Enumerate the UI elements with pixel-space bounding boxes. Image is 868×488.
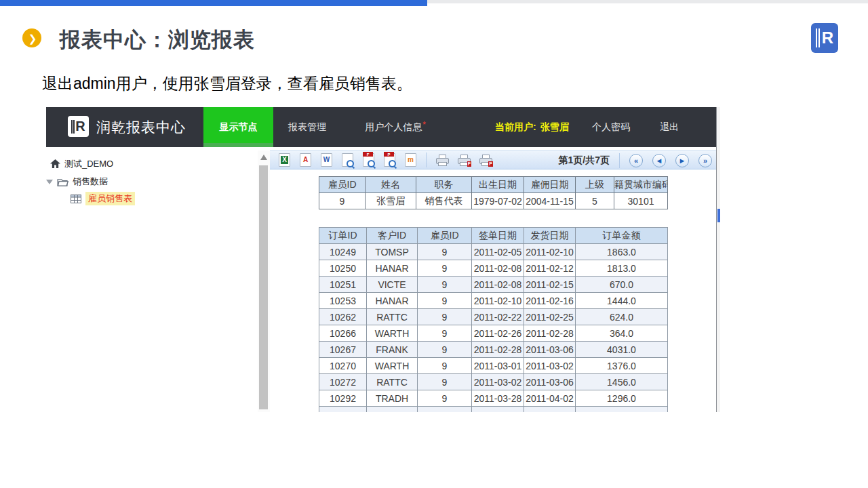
tree-node-label: 销售数据 <box>73 176 108 188</box>
column-header: 雇员ID <box>418 228 472 244</box>
table-cell <box>418 407 472 413</box>
tree-node-leaf[interactable]: 雇员销售表 <box>71 192 135 205</box>
table-cell: 9 <box>418 342 472 358</box>
table-cell: RATTC <box>367 374 418 390</box>
table-cell: 2011-02-28 <box>472 342 524 358</box>
table-cell: 10272 <box>319 374 367 390</box>
column-header: 籍贯城市编码 <box>614 177 668 193</box>
table-cell <box>319 407 367 413</box>
toolbar-divider <box>426 152 427 167</box>
last-page-button[interactable]: » <box>698 154 712 167</box>
table-cell <box>524 407 576 413</box>
tab-report-management[interactable]: 报表管理 <box>280 107 334 147</box>
tree-node-label: 测试_DEMO <box>64 158 113 170</box>
tab-display-nodes[interactable]: 显示节点 <box>203 107 273 147</box>
report-toolbar: X A W F P m F P 第1页/共7页 « ◄ ► » <box>270 150 716 169</box>
table-cell: 2011-02-28 <box>524 325 576 342</box>
table-cell: 2011-02-16 <box>524 293 576 309</box>
table-cell: 364.0 <box>576 325 668 342</box>
table-cell: 2011-02-22 <box>472 309 524 325</box>
app-logo-icon: R <box>68 116 89 137</box>
table-cell: 2011-04-02 <box>524 390 576 407</box>
table-cell: 1863.0 <box>576 244 668 260</box>
table-cell: 10270 <box>319 358 367 374</box>
employee-table: 雇员ID姓名职务出生日期雇佣日期上级籍贯城市编码9张雪眉销售代表1979-07-… <box>319 176 668 209</box>
table-cell: 4031.0 <box>576 342 668 358</box>
table-cell: 9 <box>319 193 366 209</box>
table-cell: 2011-03-02 <box>472 374 524 390</box>
print-zoom-preview-icon[interactable]: P <box>384 153 395 167</box>
table-cell: 张雪眉 <box>366 193 416 209</box>
pdf-export-icon[interactable]: A <box>300 153 311 167</box>
report-view: X A W F P m F P 第1页/共7页 « ◄ ► » <box>270 147 716 412</box>
table-cell: 1979-07-02 <box>472 193 524 209</box>
table-cell: 30101 <box>614 193 668 209</box>
table-cell: 10266 <box>319 325 367 342</box>
column-header: 订单ID <box>319 228 367 244</box>
table-cell: 2011-03-02 <box>524 358 576 374</box>
tab-label: 报表管理 <box>288 121 326 134</box>
prev-page-button[interactable]: ◄ <box>652 154 666 167</box>
mht-export-icon[interactable]: m <box>405 153 416 167</box>
table-cell: 2011-02-15 <box>524 277 576 293</box>
table-cell: 2011-02-25 <box>524 309 576 325</box>
applet-print-icon[interactable]: P <box>479 155 492 165</box>
first-page-button[interactable]: « <box>629 154 643 167</box>
table-cell: 2011-02-08 <box>472 260 524 277</box>
column-header: 姓名 <box>366 177 416 193</box>
table-row: 10292TRADH92011-03-282011-04-021296.0 <box>319 390 668 407</box>
table-row: 10272RATTC92011-03-022011-03-061456.0 <box>319 374 668 390</box>
table-cell: 9 <box>418 277 472 293</box>
scrollbar-thumb[interactable] <box>259 165 268 409</box>
tree-node-folder[interactable]: 销售数据 <box>46 176 108 188</box>
caret-down-icon[interactable] <box>46 180 53 184</box>
table-cell: 销售代表 <box>416 193 472 209</box>
sidebar-scrollbar[interactable] <box>258 150 270 412</box>
scroll-up-arrow-icon[interactable] <box>260 155 267 160</box>
logo-bars-icon <box>816 28 821 47</box>
table-cell: 1296.0 <box>576 390 668 407</box>
pdf-zoom-preview-icon[interactable]: F <box>363 153 374 167</box>
table-cell: 9 <box>418 260 472 277</box>
table-cell: 10251 <box>319 277 367 293</box>
table-cell: HANAR <box>367 260 418 277</box>
table-row: 9张雪眉销售代表1979-07-022004-11-15530101 <box>319 193 668 209</box>
chevron-right-icon: ❯ <box>28 33 37 43</box>
personal-password-link[interactable]: 个人密码 <box>592 107 630 147</box>
table-cell: 10249 <box>319 244 367 260</box>
word-export-icon[interactable]: W <box>321 153 332 167</box>
home-icon <box>50 159 60 169</box>
column-header: 发货日期 <box>524 228 576 244</box>
toolbar-icon-group: X A W F P m F P <box>270 152 492 167</box>
table-cell: 2011-02-10 <box>524 244 576 260</box>
table-row: 10249TOMSP92011-02-052011-02-101863.0 <box>319 244 668 260</box>
table-cell: 9 <box>418 309 472 325</box>
table-cell <box>472 407 524 413</box>
table-cell <box>367 407 418 413</box>
table-cell: HANAR <box>367 293 418 309</box>
table-cell: 2011-03-28 <box>472 390 524 407</box>
table-cell: 2011-02-05 <box>472 244 524 260</box>
print-icon[interactable] <box>436 155 448 165</box>
excel-export-icon[interactable]: X <box>279 153 290 167</box>
order-table: 订单ID客户ID雇员ID签单日期发货日期订单金额10249TOMSP92011-… <box>319 227 668 412</box>
logout-link[interactable]: 退出 <box>660 107 679 147</box>
page-scrollbar[interactable] <box>716 107 720 412</box>
table-cell: 9 <box>418 358 472 374</box>
page-indicator: 第1页/共7页 <box>559 155 610 167</box>
navbar-divider <box>201 107 201 147</box>
table-cell: FRANK <box>367 342 418 358</box>
table-cell: 2011-02-12 <box>524 260 576 277</box>
table-row: 10250HANAR92011-02-082011-02-121813.0 <box>319 260 668 277</box>
next-page-button[interactable]: ► <box>675 154 689 167</box>
table-row: 10262RATTC92011-02-222011-02-25624.0 <box>319 309 668 325</box>
current-user-label: 当前用户: <box>495 121 536 134</box>
table-icon <box>71 195 81 203</box>
table-cell: TOMSP <box>367 244 418 260</box>
tab-user-info[interactable]: 用户个人信息 * <box>355 107 436 147</box>
pdf-print-icon[interactable]: F <box>458 155 470 165</box>
scrollbar-thumb[interactable] <box>717 209 720 222</box>
zoom-preview-icon[interactable] <box>342 153 353 167</box>
tree-node-root[interactable]: 测试_DEMO <box>50 158 113 170</box>
column-header: 订单金额 <box>576 228 668 244</box>
